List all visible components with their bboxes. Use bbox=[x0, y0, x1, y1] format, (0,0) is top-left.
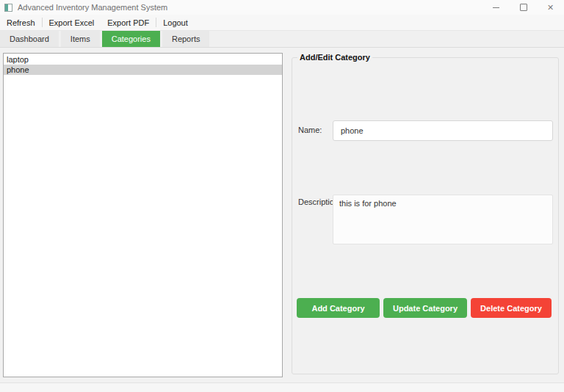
status-area bbox=[0, 383, 564, 392]
title-bar: Advanced Inventory Management System ✕ bbox=[0, 0, 564, 15]
description-input[interactable]: this is for phone bbox=[333, 195, 553, 244]
list-item-phone[interactable]: phone bbox=[4, 65, 282, 75]
update-category-button[interactable]: Update Category bbox=[383, 298, 467, 318]
add-category-button[interactable]: Add Category bbox=[297, 298, 380, 318]
app-window: Advanced Inventory Management System ✕ R… bbox=[0, 0, 564, 392]
tab-reports[interactable]: Reports bbox=[162, 31, 210, 47]
menu-export-excel[interactable]: Export Excel bbox=[43, 18, 101, 27]
menu-bar: Refresh Export Excel Export PDF Logout bbox=[0, 15, 564, 31]
tab-items[interactable]: Items bbox=[61, 31, 100, 47]
menu-refresh[interactable]: Refresh bbox=[0, 18, 42, 27]
app-icon bbox=[4, 4, 12, 12]
menu-export-pdf[interactable]: Export PDF bbox=[101, 18, 156, 27]
window-controls: ✕ bbox=[482, 0, 564, 15]
tab-dashboard[interactable]: Dashboard bbox=[0, 31, 59, 47]
panel-title: Add/Edit Category bbox=[297, 53, 372, 62]
window-title: Advanced Inventory Management System bbox=[18, 3, 167, 12]
close-icon: ✕ bbox=[547, 4, 554, 12]
name-label: Name: bbox=[298, 126, 322, 134]
close-button[interactable]: ✕ bbox=[537, 0, 564, 15]
maximize-button[interactable] bbox=[510, 0, 537, 15]
maximize-icon bbox=[520, 4, 527, 11]
tab-categories[interactable]: Categories bbox=[102, 31, 160, 47]
delete-category-button[interactable]: Delete Category bbox=[471, 298, 552, 318]
tab-strip: Dashboard Items Categories Reports bbox=[0, 31, 564, 48]
add-edit-category-panel: Add/Edit Category Name: Description: thi… bbox=[292, 57, 559, 374]
minimize-button[interactable] bbox=[482, 0, 510, 15]
button-row: Add Category Update Category Delete Cate… bbox=[297, 298, 552, 318]
minimize-icon bbox=[493, 7, 499, 8]
category-list[interactable]: laptop phone bbox=[3, 53, 283, 377]
menu-logout[interactable]: Logout bbox=[156, 18, 195, 27]
name-input[interactable] bbox=[333, 120, 553, 141]
list-item-laptop[interactable]: laptop bbox=[4, 54, 282, 65]
